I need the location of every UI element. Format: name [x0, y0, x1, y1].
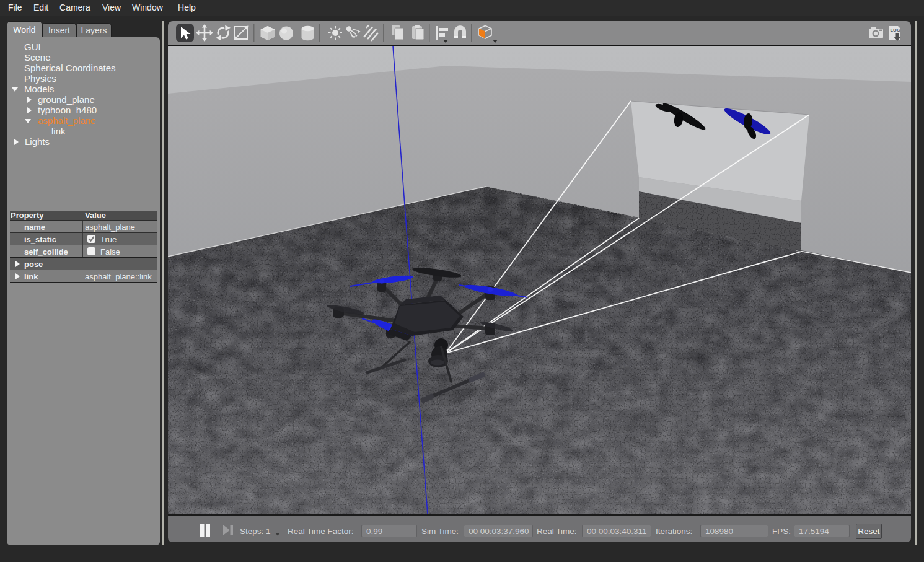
svg-text:LOG: LOG [891, 27, 900, 33]
